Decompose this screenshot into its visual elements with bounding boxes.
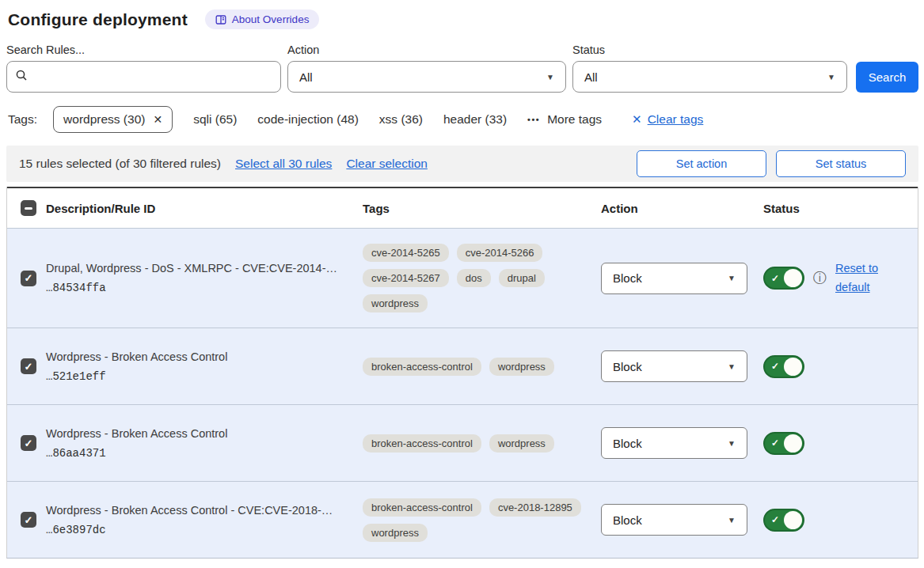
rule-status-toggle[interactable]: ✓ [763,509,804,532]
toggle-knob [784,511,802,529]
table-row: ✓ Drupal, Wordpress - DoS - XMLRPC - CVE… [7,228,918,328]
action-filter-select[interactable]: All ▼ [287,61,566,93]
ellipsis-icon: ••• [527,115,540,124]
more-tags-button[interactable]: ••• More tags [527,112,602,127]
rule-tags: broken-access-control wordpress [363,358,601,376]
rule-status-toggle[interactable]: ✓ [763,267,804,290]
column-header-action: Action [601,202,763,215]
check-icon: ✓ [25,273,33,283]
rule-status-toggle[interactable]: ✓ [763,432,804,455]
search-icon [15,69,29,85]
rule-action-select[interactable]: Block ▼ [601,504,747,536]
rule-description: Drupal, Wordpress - DoS - XMLRPC - CVE:C… [46,262,352,275]
more-tags-label: More tags [547,112,602,127]
tag-pill: cve-2018-12895 [489,498,581,517]
search-box[interactable] [6,61,281,93]
rule-action-select[interactable]: Block ▼ [601,263,747,294]
action-filter: Action All ▼ [287,44,566,93]
chevron-down-icon: ▼ [728,516,736,524]
rule-tags: cve-2014-5265 cve-2014-5266 cve-2014-526… [363,244,601,312]
tag-pill: cve-2014-5265 [363,244,449,262]
remove-tag-icon[interactable]: ✕ [153,113,162,126]
rule-status-toggle[interactable]: ✓ [763,355,804,378]
rule-id: …521e1eff [46,370,352,383]
table-row: ✓ Wordpress - Broken Access Control …521… [7,328,918,404]
tag-pill: wordpress [489,434,554,453]
check-icon: ✓ [771,272,779,283]
page-title: Configure deployment [8,10,188,29]
column-header-description: Description/Rule ID [46,202,363,215]
tag-pill: dos [457,269,491,287]
rule-tags: broken-access-control cve-2018-12895 wor… [363,498,601,542]
clear-tags-button[interactable]: ✕ Clear tags [632,112,703,127]
tag-pill: cve-2014-5267 [363,269,449,287]
tag-pill: broken-access-control [363,358,481,376]
selected-tag-label: wordpress (30) [63,112,145,127]
search-rules-input[interactable] [35,70,272,84]
table-row: ✓ Wordpress - Broken Access Control …86a… [7,404,918,481]
rule-action-value: Block [613,271,642,285]
table-row: ✓ Wordpress - Broken Access Control - CV… [7,481,918,558]
about-overrides-badge[interactable]: About Overrides [205,9,320,29]
selection-summary: 15 rules selected (of 30 filtered rules) [19,157,221,171]
page-header: Configure deployment About Overrides [6,8,918,37]
selected-tag-wordpress[interactable]: wordpress (30) ✕ [53,106,173,133]
indeterminate-mark [25,207,32,210]
rule-action-value: Block [613,360,642,373]
rule-action-value: Block [613,437,642,450]
rule-action-select[interactable]: Block ▼ [601,350,747,382]
rules-table: Description/Rule ID Tags Action Status ✓… [6,187,918,559]
row-checkbox[interactable]: ✓ [21,271,36,286]
check-icon: ✓ [25,438,33,449]
rule-description: Wordpress - Broken Access Control [46,427,352,440]
tag-option-header[interactable]: header (33) [443,112,507,127]
tags-label: Tags: [8,112,37,127]
table-header-row: Description/Rule ID Tags Action Status [7,187,918,228]
tag-pill: wordpress [489,358,554,376]
check-icon: ✓ [25,362,33,372]
tag-pill: broken-access-control [363,434,481,453]
rule-action-value: Block [613,513,642,527]
set-status-button[interactable]: Set status [776,150,906,177]
close-icon: ✕ [632,112,642,127]
rule-id: …86aa4371 [46,447,352,460]
tag-option-xss[interactable]: xss (36) [379,112,423,127]
clear-tags-label: Clear tags [648,112,704,127]
row-checkbox[interactable]: ✓ [21,358,36,374]
status-filter-select[interactable]: All ▼ [572,61,847,93]
tag-pill: broken-access-control [363,498,481,517]
tag-pill: wordpress [363,294,428,312]
row-checkbox[interactable]: ✓ [21,435,36,451]
reset-to-default-link[interactable]: Reset to default [835,259,884,297]
select-all-link[interactable]: Select all 30 rules [235,157,332,171]
configure-deployment-page: Configure deployment About Overrides Sea… [0,0,924,559]
check-icon: ✓ [771,361,779,372]
info-icon[interactable]: ⓘ [813,271,827,285]
rule-tags: broken-access-control wordpress [363,434,601,453]
select-all-checkbox[interactable] [21,200,36,216]
tag-option-code-injection[interactable]: code-injection (48) [257,112,359,127]
selection-bar: 15 rules selected (of 30 filtered rules)… [6,146,918,182]
action-filter-label: Action [287,44,566,56]
check-icon: ✓ [25,515,33,525]
clear-selection-link[interactable]: Clear selection [346,157,428,171]
rule-action-select[interactable]: Block ▼ [601,427,747,459]
row-checkbox[interactable]: ✓ [21,512,36,528]
action-filter-value: All [299,70,313,84]
chevron-down-icon: ▼ [827,73,835,81]
tag-pill: cve-2014-5266 [457,244,543,262]
search-button[interactable]: Search [856,62,918,93]
bulk-actions: Set action Set status [637,150,906,177]
book-icon [215,14,226,25]
chevron-down-icon: ▼ [546,73,554,81]
set-action-button[interactable]: Set action [637,150,766,177]
tag-pill: wordpress [363,524,428,542]
rule-description: Wordpress - Broken Access Control [46,350,352,363]
toggle-knob [784,269,802,287]
filter-bar: Search Rules... Action All ▼ Status [6,37,918,93]
tag-option-sqli[interactable]: sqli (65) [193,112,237,127]
chevron-down-icon: ▼ [728,362,736,371]
status-filter: Status All ▼ [572,44,847,93]
rule-id: …6e3897dc [46,524,352,536]
check-icon: ✓ [771,437,779,449]
